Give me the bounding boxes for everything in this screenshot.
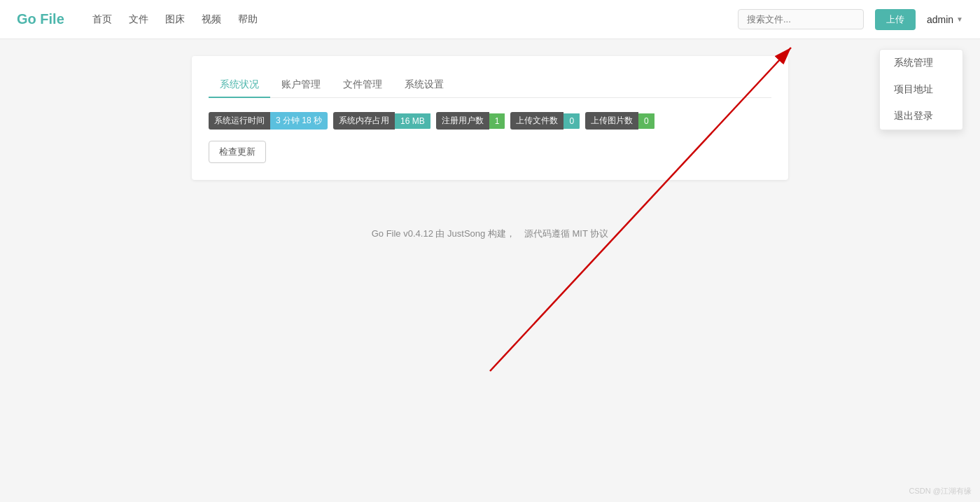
badge-uptime: 系统运行时间 3 分钟 18 秒 xyxy=(209,112,328,130)
tab-system-status[interactable]: 系统状况 xyxy=(209,73,270,98)
badge-uploads: 上传文件数 0 xyxy=(510,112,580,130)
nav-gallery[interactable]: 图床 xyxy=(165,11,185,29)
nav-home[interactable]: 首页 xyxy=(92,11,112,29)
tab-file-management[interactable]: 文件管理 xyxy=(332,73,393,98)
dropdown-menu: 系统管理 项目地址 退出登录 xyxy=(879,49,963,130)
status-row: 系统运行时间 3 分钟 18 秒 系统内存占用 16 MB 注册用户数 1 上传… xyxy=(209,112,771,130)
badge-memory: 系统内存占用 16 MB xyxy=(333,112,430,130)
main-content: 系统状况 账户管理 文件管理 系统设置 系统运行时间 3 分钟 18 秒 系统内… xyxy=(175,39,805,197)
badge-memory-label: 系统内存占用 xyxy=(333,112,395,130)
watermark: CSDN @江湖有缘 xyxy=(909,486,972,496)
badge-uptime-value: 3 分钟 18 秒 xyxy=(270,112,328,130)
admin-label: admin xyxy=(927,14,953,25)
badge-uploads-label: 上传文件数 xyxy=(510,112,564,130)
tab-system-settings[interactable]: 系统设置 xyxy=(393,73,455,98)
footer: Go File v0.4.12 由 JustSong 构建， 源代码遵循 MIT… xyxy=(0,214,980,254)
dropdown-item-logout[interactable]: 退出登录 xyxy=(880,103,962,130)
search-input[interactable] xyxy=(738,9,864,29)
refresh-button[interactable]: 检查更新 xyxy=(209,141,266,163)
badge-uptime-label: 系统运行时间 xyxy=(209,112,270,130)
chevron-down-icon: ▼ xyxy=(956,15,963,23)
dropdown-item-admin[interactable]: 系统管理 xyxy=(880,50,962,76)
badge-images-value: 0 xyxy=(638,113,654,129)
badge-uploads-value: 0 xyxy=(564,113,580,129)
content-card: 系统状况 账户管理 文件管理 系统设置 系统运行时间 3 分钟 18 秒 系统内… xyxy=(192,56,788,180)
badge-users-label: 注册用户数 xyxy=(436,112,489,130)
nav-help[interactable]: 帮助 xyxy=(238,11,258,29)
brand-logo[interactable]: Go File xyxy=(17,11,64,27)
tabs: 系统状况 账户管理 文件管理 系统设置 xyxy=(209,73,771,98)
badge-images-label: 上传图片数 xyxy=(585,112,638,130)
dropdown-item-project[interactable]: 项目地址 xyxy=(880,76,962,103)
tab-account-management[interactable]: 账户管理 xyxy=(270,73,332,98)
navbar: Go File 首页 文件 图床 视频 帮助 上传 admin ▼ 系统管理 项… xyxy=(0,0,980,39)
badge-users-value: 1 xyxy=(489,113,505,129)
nav-files[interactable]: 文件 xyxy=(129,11,148,29)
badge-users: 注册用户数 1 xyxy=(436,112,505,130)
badge-images: 上传图片数 0 xyxy=(585,112,654,130)
navbar-right: 上传 admin ▼ 系统管理 项目地址 退出登录 xyxy=(738,9,963,30)
nav-video[interactable]: 视频 xyxy=(202,11,221,29)
admin-dropdown[interactable]: admin ▼ 系统管理 项目地址 退出登录 xyxy=(927,14,963,25)
upload-button[interactable]: 上传 xyxy=(875,9,916,30)
nav-links: 首页 文件 图床 视频 帮助 xyxy=(92,11,738,29)
badge-memory-value: 16 MB xyxy=(395,113,430,129)
footer-text: Go File v0.4.12 由 JustSong 构建， 源代码遵循 MIT… xyxy=(372,228,609,239)
